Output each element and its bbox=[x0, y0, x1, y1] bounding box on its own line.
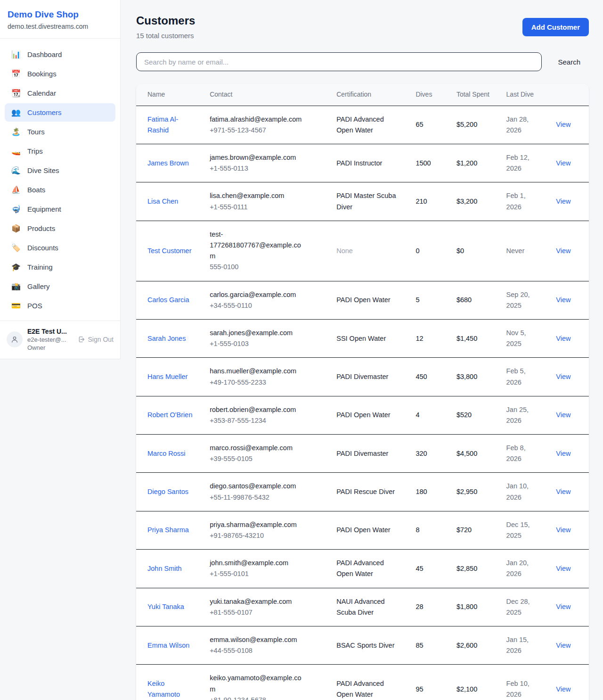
customer-dives: 1500 bbox=[416, 159, 431, 167]
wave-icon: 🌊 bbox=[11, 166, 21, 175]
diving-mask-icon: 🤿 bbox=[11, 205, 21, 214]
sidebar-item-label: Equipment bbox=[27, 205, 61, 213]
customer-email: fatima.alrashid@example.com bbox=[210, 114, 306, 125]
sidebar-item-pos[interactable]: 💳 POS bbox=[5, 296, 115, 315]
user-footer: E2E Test U... e2e-tester@... Owner Sign … bbox=[0, 321, 120, 359]
sidebar-item-bookings[interactable]: 📅 Bookings bbox=[5, 65, 115, 83]
sidebar-item-dive-sites[interactable]: 🌊 Dive Sites bbox=[5, 161, 115, 180]
credit-card-icon: 💳 bbox=[11, 301, 21, 310]
customer-email: test-1772681807767@example.com bbox=[210, 229, 306, 262]
customer-phone: +1-555-0111 bbox=[210, 202, 325, 213]
view-link[interactable]: View bbox=[556, 373, 570, 380]
sidebar-item-training[interactable]: 🎓 Training bbox=[5, 258, 115, 276]
brand: Demo Dive Shop demo.test.divestreams.com bbox=[0, 0, 120, 39]
customer-last-dive: Dec 28, 2025 bbox=[506, 596, 538, 618]
user-email: e2e-tester@... bbox=[27, 336, 67, 343]
sidebar: Demo Dive Shop demo.test.divestreams.com… bbox=[0, 0, 121, 359]
sidebar-item-tours[interactable]: 🏝️ Tours bbox=[5, 123, 115, 141]
view-link[interactable]: View bbox=[556, 565, 570, 572]
table-row: Yuki Tanaka yuki.tanaka@example.com +81-… bbox=[136, 588, 589, 626]
sidebar-item-label: Discounts bbox=[27, 244, 58, 252]
search-input[interactable] bbox=[136, 52, 542, 71]
table-row: Robert O'Brien robert.obrien@example.com… bbox=[136, 396, 589, 434]
view-link[interactable]: View bbox=[556, 296, 570, 304]
search-button[interactable]: Search bbox=[558, 54, 580, 70]
customer-email: priya.sharma@example.com bbox=[210, 519, 306, 530]
table-row: Priya Sharma priya.sharma@example.com +9… bbox=[136, 511, 589, 549]
view-link[interactable]: View bbox=[556, 603, 570, 610]
customer-certification: PADI Divemaster bbox=[336, 448, 388, 459]
sidebar-item-products[interactable]: 📦 Products bbox=[5, 219, 115, 238]
view-link[interactable]: View bbox=[556, 526, 570, 534]
customer-dives: 65 bbox=[416, 121, 423, 128]
customer-name-link[interactable]: Diego Santos bbox=[147, 486, 188, 497]
customer-name-link[interactable]: Marco Rossi bbox=[147, 448, 186, 459]
sidebar-item-label: Gallery bbox=[27, 282, 50, 290]
sidebar-item-gallery[interactable]: 📸 Gallery bbox=[5, 277, 115, 296]
view-link[interactable]: View bbox=[556, 411, 570, 419]
view-link[interactable]: View bbox=[556, 488, 570, 495]
view-link[interactable]: View bbox=[556, 159, 570, 167]
sidebar-item-trips[interactable]: 🚤 Trips bbox=[5, 142, 115, 160]
view-link[interactable]: View bbox=[556, 198, 570, 205]
customer-last-dive: Never bbox=[506, 246, 525, 256]
calendar-icon: 📆 bbox=[11, 89, 21, 98]
customer-phone: 555-0100 bbox=[210, 262, 325, 272]
sidebar-item-label: Trips bbox=[27, 147, 43, 155]
customer-name-link[interactable]: James Brown bbox=[147, 158, 189, 169]
customer-name-link[interactable]: Priya Sharma bbox=[147, 525, 189, 535]
customer-name-link[interactable]: Fatima Al-Rashid bbox=[147, 114, 197, 136]
sidebar-item-customers[interactable]: 👥 Customers bbox=[5, 103, 115, 122]
view-link[interactable]: View bbox=[556, 247, 570, 255]
user-name: E2E Test U... bbox=[27, 328, 67, 335]
customer-name-link[interactable]: Hans Mueller bbox=[147, 371, 187, 382]
table-row: Fatima Al-Rashid fatima.alrashid@example… bbox=[136, 106, 589, 144]
column-header-contact: Contact bbox=[204, 84, 331, 106]
add-customer-button[interactable]: Add Customer bbox=[522, 18, 589, 36]
shop-name: Demo Dive Shop bbox=[8, 9, 113, 20]
customer-name-link[interactable]: Yuki Tanaka bbox=[147, 601, 184, 612]
customer-email: emma.wilson@example.com bbox=[210, 634, 306, 645]
sidebar-item-dashboard[interactable]: 📊 Dashboard bbox=[5, 45, 115, 64]
customer-name-link[interactable]: Emma Wilson bbox=[147, 640, 189, 651]
customer-phone: +91-98765-43210 bbox=[210, 530, 325, 541]
customer-dives: 4 bbox=[416, 411, 419, 419]
customer-last-dive: Dec 15, 2025 bbox=[506, 519, 538, 541]
sidebar-item-label: Bookings bbox=[27, 70, 57, 78]
customer-dives: 28 bbox=[416, 603, 423, 610]
view-link[interactable]: View bbox=[556, 121, 570, 128]
sign-out-button[interactable]: Sign Out bbox=[78, 336, 114, 343]
search-bar: Search bbox=[136, 52, 589, 71]
customer-name-link[interactable]: Lisa Chen bbox=[147, 196, 178, 207]
customer-last-dive: Feb 12, 2026 bbox=[506, 152, 538, 174]
sidebar-item-equipment[interactable]: 🤿 Equipment bbox=[5, 200, 115, 218]
sidebar-item-calendar[interactable]: 📆 Calendar bbox=[5, 84, 115, 102]
customer-total-spent: $3,800 bbox=[456, 373, 477, 380]
sidebar-item-boats[interactable]: ⛵ Boats bbox=[5, 181, 115, 199]
view-link[interactable]: View bbox=[556, 450, 570, 457]
view-link[interactable]: View bbox=[556, 335, 570, 342]
customer-name-link[interactable]: Keiko Yamamoto bbox=[147, 678, 197, 700]
page-title: Customers bbox=[136, 14, 195, 27]
people-icon: 👥 bbox=[11, 108, 21, 117]
customer-name-link[interactable]: Sarah Jones bbox=[147, 333, 186, 344]
view-link[interactable]: View bbox=[556, 642, 570, 649]
column-header-actions bbox=[550, 84, 589, 106]
sidebar-nav: 📊 Dashboard 📅 Bookings 📆 Calendar 👥 Cust… bbox=[0, 39, 120, 321]
customer-name-link[interactable]: Test Customer bbox=[147, 246, 191, 256]
column-header-dives: Dives bbox=[410, 84, 450, 106]
customer-dives: 210 bbox=[416, 198, 427, 205]
customer-name-link[interactable]: Carlos Garcia bbox=[147, 295, 189, 305]
sidebar-item-discounts[interactable]: 🏷️ Discounts bbox=[5, 239, 115, 257]
customer-name-link[interactable]: Robert O'Brien bbox=[147, 410, 192, 420]
customer-total-spent: $1,200 bbox=[456, 159, 477, 167]
customer-total-spent: $1,450 bbox=[456, 335, 477, 342]
customer-certification: None bbox=[336, 246, 353, 256]
view-link[interactable]: View bbox=[556, 685, 570, 693]
customer-certification: PADI Advanced Open Water bbox=[336, 678, 398, 700]
customer-phone: +55-11-99876-5432 bbox=[210, 492, 325, 503]
table-row: Lisa Chen lisa.chen@example.com +1-555-0… bbox=[136, 182, 589, 221]
customer-name-link[interactable]: John Smith bbox=[147, 563, 182, 574]
customer-total-spent: $5,200 bbox=[456, 121, 477, 128]
customer-certification: PADI Advanced Open Water bbox=[336, 558, 398, 579]
